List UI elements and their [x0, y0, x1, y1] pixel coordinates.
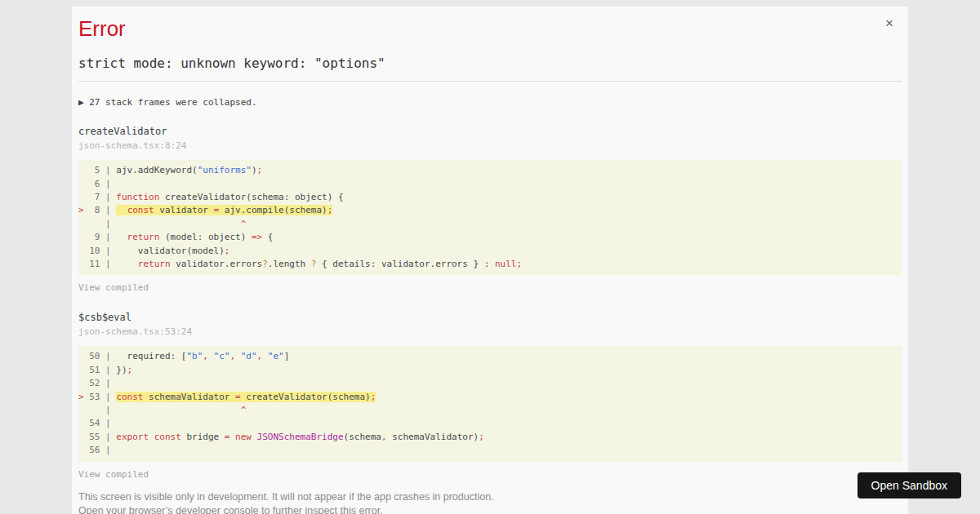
code-token-plain: [252, 432, 257, 442]
code-token-plain: { details: validator.errors } :: [316, 259, 495, 269]
code-text: required: ["b", "c", "d", "e"]: [116, 351, 289, 361]
code-token-op: =>: [252, 232, 262, 242]
stack-frame-create-validator: createValidator json-schema.tsx:8:24 5 |…: [78, 126, 902, 294]
code-token-plain: [235, 351, 241, 361]
code-token-plain: createValidator(schema: object) {: [159, 192, 343, 202]
code-line: 11 | return validator.errors?.length ? {…: [78, 258, 902, 271]
overlay-header: Error ×: [78, 13, 902, 42]
line-number-gutter: 11 |: [78, 259, 116, 269]
code-token-plain: ]: [284, 351, 290, 361]
code-token-plain: bridge: [181, 432, 225, 442]
code-token-string: "uniforms": [198, 165, 252, 175]
code-token-caret: ^: [116, 219, 246, 229]
code-token-plain: ajv.compile(schema): [219, 205, 327, 215]
code-text: export const bridge = new JSONSchemaBrid…: [116, 432, 483, 442]
line-number-gutter: 51 |: [78, 365, 116, 375]
code-token-op: =: [235, 392, 241, 402]
code-token-punct: ;: [516, 259, 522, 269]
line-number-gutter: 50 |: [78, 351, 116, 361]
code-token-string: "b": [186, 351, 203, 361]
code-token-keyword: export: [116, 432, 149, 442]
open-sandbox-button[interactable]: Open Sandbox: [858, 472, 961, 498]
code-token-plain: [116, 259, 138, 269]
code-token-punct: ;: [127, 365, 133, 375]
code-line: 56 |: [78, 444, 902, 457]
code-token-string: "e": [268, 351, 284, 361]
code-line: > 53 | const schemaValidator = createVal…: [78, 391, 902, 404]
code-text: ^: [116, 219, 246, 229]
code-line: 5 | ajv.addKeyword("uniforms");: [78, 164, 902, 177]
error-overlay-panel: Error × strict mode: unknown keyword: "o…: [72, 7, 908, 514]
frame-function-name: $csb$eval: [78, 312, 902, 323]
code-token-plain: [208, 351, 214, 361]
code-token-plain: [262, 351, 268, 361]
line-number-gutter: 55 |: [78, 432, 116, 442]
line-number-gutter: |: [78, 405, 116, 415]
footer-note-line: This screen is visible only in developme…: [78, 490, 902, 504]
line-number-gutter: 56 |: [78, 445, 116, 455]
code-line: 6 |: [78, 178, 902, 191]
code-token-punct: ;: [327, 205, 333, 215]
code-text: ajv.addKeyword("uniforms");: [116, 165, 262, 175]
line-number-gutter: |: [78, 219, 116, 229]
code-token-punct: ,: [203, 351, 208, 361]
code-token-plain: validator.errors: [171, 259, 263, 269]
code-token-plain: schemaValidator): [387, 432, 479, 442]
code-token-plain: required: [: [116, 351, 186, 361]
code-token-keyword: const: [154, 432, 181, 442]
code-line: 52 |: [78, 377, 902, 390]
stack-frame-csb-eval: $csb$eval json-schema.tsx:53:24 50 | req…: [78, 312, 902, 480]
divider: [78, 81, 902, 82]
code-text: validator(model);: [116, 246, 229, 256]
code-token-plain: ajv.addKeyword(: [116, 165, 197, 175]
code-token-keyword: function: [116, 192, 159, 202]
code-token-orange: ?: [262, 259, 268, 269]
frame-location: json-schema.tsx:53:24: [78, 326, 902, 337]
code-line: | ^: [78, 404, 902, 417]
code-line: 51 | });: [78, 364, 902, 377]
code-token-keyword: return: [127, 232, 160, 242]
code-token-plain: schemaValidator: [144, 392, 236, 402]
code-token-caret: ^: [116, 405, 246, 415]
code-block: 50 | required: ["b", "c", "d", "e"] 51 |…: [78, 346, 902, 461]
code-token-keyword: return: [138, 259, 171, 269]
code-line: > 8 | const validator = ajv.compile(sche…: [78, 204, 902, 217]
view-compiled-link[interactable]: View compiled: [78, 469, 149, 480]
code-token-plain: createValidator(schema): [241, 392, 371, 402]
code-line: | ^: [78, 218, 902, 231]
line-number-gutter: 53 |: [84, 392, 117, 402]
code-token-plain: {: [262, 232, 273, 242]
error-title: Error: [78, 16, 902, 42]
line-number-gutter: 6 |: [78, 179, 116, 189]
code-token-classname: JSONSchemaBridge: [257, 432, 344, 442]
code-line: 54 |: [78, 417, 902, 430]
line-number-gutter: 52 |: [78, 378, 116, 388]
code-text: return (model: object) => {: [116, 232, 273, 242]
code-token-string: "d": [241, 351, 257, 361]
frame-function-name: createValidator: [78, 126, 902, 137]
collapsed-frames-toggle[interactable]: ▶ 27 stack frames were collapsed.: [78, 97, 902, 108]
code-token-plain: ): [252, 165, 257, 175]
line-number-gutter: 54 |: [78, 418, 116, 428]
code-text: ^: [116, 405, 246, 415]
code-token-punct: ;: [479, 432, 484, 442]
code-text: return validator.errors?.length ? { deta…: [116, 259, 522, 269]
close-icon[interactable]: ×: [885, 16, 893, 30]
code-token-plain: (schema: [344, 432, 381, 442]
line-number-gutter: 7 |: [78, 192, 116, 202]
code-token-plain: .length: [268, 259, 311, 269]
highlighted-code: const schemaValidator = createValidator(…: [116, 392, 376, 402]
code-line: 7 | function createValidator(schema: obj…: [78, 191, 902, 204]
line-number-gutter: 8 |: [84, 205, 117, 215]
code-token-plain: validator(model): [116, 246, 224, 256]
view-compiled-link[interactable]: View compiled: [78, 282, 149, 293]
footer-note-line: Open your browser’s developer console to…: [78, 504, 902, 514]
code-token-plain: [149, 432, 154, 442]
line-number-gutter: 5 |: [78, 165, 116, 175]
code-block: 5 | ajv.addKeyword("uniforms"); 6 | 7 | …: [78, 160, 902, 275]
error-message: strict mode: unknown keyword: "options": [78, 55, 902, 71]
code-line: 10 | validator(model);: [78, 245, 902, 258]
code-token-keyword: const: [116, 392, 143, 402]
frame-location: json-schema.tsx:8:24: [78, 140, 902, 151]
code-token-plain: }): [116, 365, 127, 375]
